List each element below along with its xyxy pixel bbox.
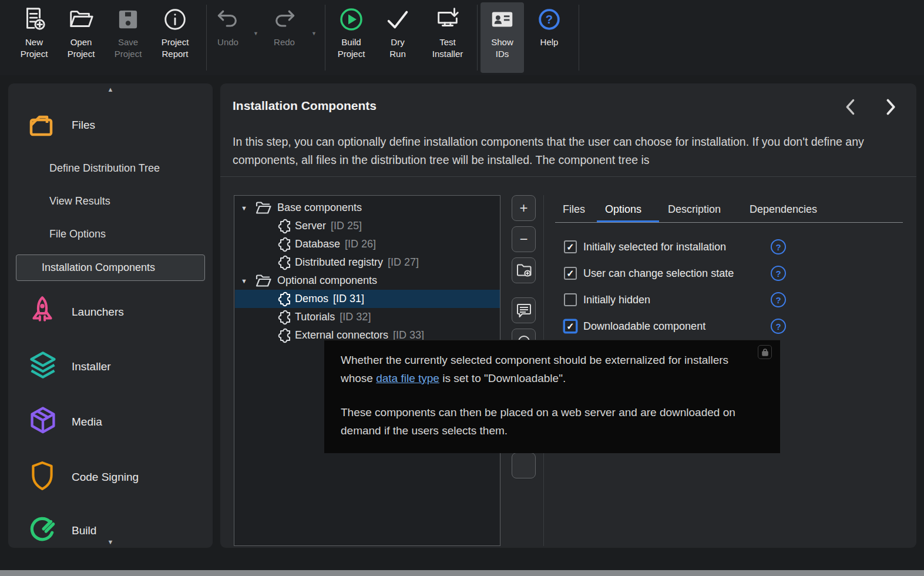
expander-icon[interactable]: ▼ — [241, 277, 247, 284]
component-id-badge: [ID 26] — [345, 238, 376, 250]
sidebar-scroll-up-icon[interactable]: ▲ — [8, 86, 213, 93]
build-project-button[interactable]: Build Project — [329, 2, 374, 73]
add-component-button[interactable]: + — [512, 195, 536, 221]
tab-description[interactable]: Description — [664, 201, 724, 218]
option-user-can-change[interactable]: ✓ User can change selection state — [564, 266, 734, 281]
previous-step-button[interactable] — [840, 96, 861, 118]
checkbox-checked[interactable]: ✓ — [564, 240, 577, 253]
tab-divider — [555, 222, 903, 223]
show-ids-label: Show IDs — [481, 36, 524, 60]
test-installer-label: Test Installer — [422, 36, 473, 60]
show-ids-button[interactable]: Show IDs — [481, 2, 524, 73]
open-folder-icon — [59, 2, 103, 36]
puzzle-piece-icon — [276, 328, 291, 343]
undo-icon — [209, 2, 247, 36]
data-file-type-link[interactable]: data file type — [376, 372, 439, 384]
tree-row-group[interactable]: ▼ Optional components — [235, 272, 500, 290]
checkbox-unchecked[interactable] — [564, 293, 577, 306]
next-step-button[interactable] — [880, 96, 901, 118]
undo-button[interactable]: Undo — [209, 2, 247, 73]
dry-run-label: Dry Run — [376, 36, 419, 60]
sidebar-item-define-distribution-tree[interactable]: Define Distribution Tree — [41, 159, 168, 178]
sidebar-section-files[interactable]: Files — [72, 119, 95, 132]
dry-run-button[interactable]: Dry Run — [376, 2, 419, 73]
save-project-button[interactable]: Save Project — [106, 2, 150, 73]
sidebar: ▲ Files Define Distribution Tree View Re… — [8, 83, 213, 548]
header-divider — [220, 176, 916, 177]
partially-hidden-button[interactable] — [512, 453, 536, 478]
puzzle-piece-icon — [276, 292, 291, 307]
tree-component-label: Demos[ID 31] — [295, 293, 364, 305]
minus-icon: − — [519, 231, 527, 247]
redo-dropdown-arrow[interactable]: ▼ — [311, 31, 317, 36]
tooltip-paragraph-2: These components can then be placed on a… — [341, 403, 747, 440]
sidebar-section-media[interactable]: Media — [72, 416, 102, 428]
checkmark-icon — [376, 2, 419, 36]
redo-button[interactable]: Redo — [266, 2, 303, 73]
installer-layers-icon — [28, 350, 58, 380]
tree-row-component[interactable]: Tutorials[ID 32] — [235, 308, 500, 326]
component-id-badge: [ID 31] — [333, 293, 364, 304]
tab-dependencies[interactable]: Dependencies — [746, 201, 821, 218]
step-description: In this step, you can optionally define … — [233, 133, 914, 169]
help-circle-icon[interactable]: ? — [771, 292, 786, 307]
new-project-button[interactable]: New Project — [12, 2, 56, 73]
plus-icon: + — [519, 200, 527, 216]
component-id-badge: [ID 32] — [340, 311, 371, 323]
tree-component-label: Distributed registry[ID 27] — [295, 256, 419, 269]
help-circle-icon[interactable]: ? — [771, 319, 786, 334]
help-button[interactable]: ? Help — [529, 2, 570, 73]
app-window: New Project Open Project Save Project — [0, 0, 924, 576]
sidebar-section-installer[interactable]: Installer — [72, 360, 111, 373]
sidebar-item-installation-components[interactable]: Installation Components — [16, 254, 205, 281]
checkbox-checked[interactable]: ✓ — [564, 267, 577, 280]
remove-component-button[interactable]: − — [512, 226, 536, 252]
component-id-badge: [ID 27] — [388, 256, 419, 268]
screen-bottom-edge — [0, 570, 924, 576]
option-label: Initially hidden — [583, 294, 650, 306]
redo-label: Redo — [266, 36, 303, 48]
tree-row-component-selected[interactable]: Demos[ID 31] — [235, 290, 500, 308]
build-play-icon — [329, 2, 374, 36]
tree-row-component[interactable]: Distributed registry[ID 27] — [235, 253, 500, 272]
help-tooltip: Whether the currently selected component… — [324, 340, 780, 453]
tooltip-pin-button[interactable] — [758, 345, 772, 359]
sidebar-item-view-results[interactable]: View Results — [41, 192, 119, 211]
help-circle-icon[interactable]: ? — [771, 239, 786, 254]
tab-options[interactable]: Options — [602, 201, 645, 218]
tree-component-label: Server[ID 25] — [295, 220, 362, 232]
tree-row-component[interactable]: Server[ID 25] — [235, 217, 500, 235]
undo-dropdown-arrow[interactable]: ▼ — [253, 31, 258, 36]
help-circle-icon[interactable]: ? — [771, 266, 786, 281]
option-downloadable-component[interactable]: ✓ Downloadable component — [564, 319, 705, 334]
sidebar-section-launchers[interactable]: Launchers — [72, 306, 124, 319]
sidebar-scroll-down-icon[interactable]: ▼ — [8, 538, 213, 545]
comment-button[interactable] — [512, 297, 536, 323]
help-label: Help — [529, 36, 570, 48]
expander-icon[interactable]: ▼ — [241, 205, 247, 212]
tree-row-component[interactable]: Database[ID 26] — [235, 235, 500, 253]
tree-row-group[interactable]: ▼ Base components — [235, 199, 500, 217]
files-icon — [28, 111, 56, 139]
option-initially-selected[interactable]: ✓ Initially selected for installation — [564, 239, 726, 254]
option-initially-hidden[interactable]: Initially hidden — [564, 292, 650, 307]
sidebar-section-build[interactable]: Build — [72, 524, 96, 537]
project-report-button[interactable]: Project Report — [152, 2, 199, 73]
component-id-badge: [ID 33] — [393, 329, 424, 341]
tree-group-label: Optional components — [277, 274, 377, 287]
checkbox-checked-focused[interactable]: ✓ — [564, 320, 577, 333]
add-component-group-button[interactable] — [512, 257, 536, 283]
puzzle-piece-icon — [276, 310, 291, 325]
sidebar-section-code-signing[interactable]: Code Signing — [72, 471, 139, 484]
project-report-label: Project Report — [152, 36, 199, 60]
puzzle-piece-icon — [276, 237, 291, 252]
build-project-label: Build Project — [329, 36, 374, 60]
new-project-label: New Project — [12, 36, 56, 60]
open-project-button[interactable]: Open Project — [59, 2, 103, 73]
test-installer-button[interactable]: Test Installer — [422, 2, 473, 73]
tree-component-label: Tutorials[ID 32] — [295, 311, 371, 323]
sidebar-item-file-options[interactable]: File Options — [41, 225, 114, 244]
code-signing-shield-icon — [28, 460, 57, 492]
undo-label: Undo — [209, 36, 247, 48]
tab-files[interactable]: Files — [559, 201, 589, 218]
